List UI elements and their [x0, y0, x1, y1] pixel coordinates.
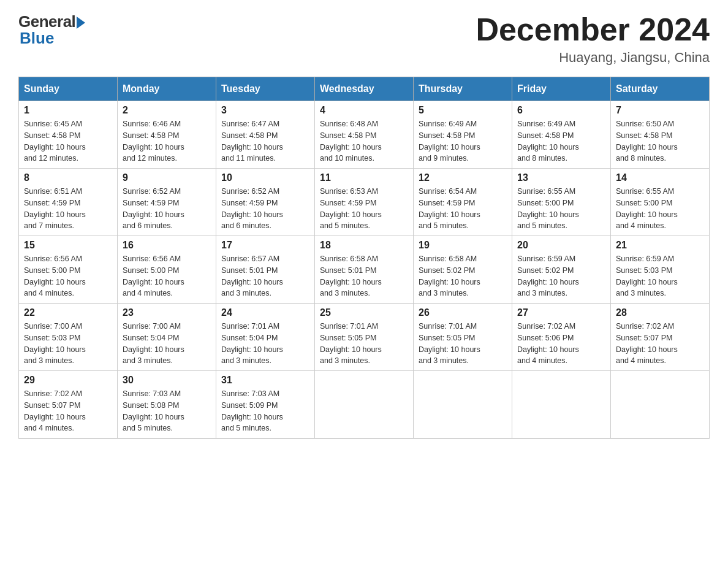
- day-info: Sunrise: 6:47 AM Sunset: 4:58 PM Dayligh…: [221, 118, 309, 164]
- calendar-cell: 12 Sunrise: 6:54 AM Sunset: 4:59 PM Dayl…: [414, 169, 512, 236]
- calendar-cell: 2 Sunrise: 6:46 AM Sunset: 4:58 PM Dayli…: [118, 101, 216, 169]
- day-number: 29: [24, 375, 112, 386]
- header-wednesday: Wednesday: [315, 77, 414, 101]
- calendar-cell: 6 Sunrise: 6:49 AM Sunset: 4:58 PM Dayli…: [512, 101, 611, 169]
- day-info: Sunrise: 6:45 AM Sunset: 4:58 PM Dayligh…: [24, 118, 112, 164]
- calendar-cell: 15 Sunrise: 6:56 AM Sunset: 5:00 PM Dayl…: [19, 236, 118, 304]
- day-info: Sunrise: 6:46 AM Sunset: 4:58 PM Dayligh…: [123, 118, 211, 164]
- calendar-cell: [611, 371, 710, 439]
- day-info: Sunrise: 7:03 AM Sunset: 5:08 PM Dayligh…: [123, 388, 211, 434]
- day-info: Sunrise: 6:55 AM Sunset: 5:00 PM Dayligh…: [517, 186, 605, 232]
- day-number: 16: [123, 240, 211, 251]
- day-number: 3: [221, 105, 309, 116]
- logo-blue-text: Blue: [20, 29, 54, 48]
- calendar-cell: 27 Sunrise: 7:02 AM Sunset: 5:06 PM Dayl…: [512, 304, 611, 371]
- calendar-cell: [315, 371, 414, 439]
- day-info: Sunrise: 6:55 AM Sunset: 5:00 PM Dayligh…: [616, 186, 704, 232]
- calendar-cell: 9 Sunrise: 6:52 AM Sunset: 4:59 PM Dayli…: [118, 169, 216, 236]
- day-number: 27: [517, 307, 605, 318]
- calendar-cell: 19 Sunrise: 6:58 AM Sunset: 5:02 PM Dayl…: [414, 236, 512, 304]
- day-info: Sunrise: 7:02 AM Sunset: 5:07 PM Dayligh…: [616, 321, 704, 367]
- header-saturday: Saturday: [611, 77, 710, 101]
- day-info: Sunrise: 6:58 AM Sunset: 5:02 PM Dayligh…: [419, 253, 507, 299]
- page-header: General Blue December 2024 Huayang, Jian…: [18, 12, 710, 66]
- logo-arrow-icon: [77, 17, 85, 29]
- calendar-cell: 20 Sunrise: 6:59 AM Sunset: 5:02 PM Dayl…: [512, 236, 611, 304]
- day-number: 26: [419, 307, 507, 318]
- header-sunday: Sunday: [19, 77, 118, 101]
- calendar-cell: 25 Sunrise: 7:01 AM Sunset: 5:05 PM Dayl…: [315, 304, 414, 371]
- calendar-cell: 23 Sunrise: 7:00 AM Sunset: 5:04 PM Dayl…: [118, 304, 216, 371]
- day-number: 28: [616, 307, 704, 318]
- calendar-cell: 28 Sunrise: 7:02 AM Sunset: 5:07 PM Dayl…: [611, 304, 710, 371]
- day-number: 6: [517, 105, 605, 116]
- calendar-cell: 26 Sunrise: 7:01 AM Sunset: 5:05 PM Dayl…: [414, 304, 512, 371]
- calendar-week-row: 29 Sunrise: 7:02 AM Sunset: 5:07 PM Dayl…: [19, 371, 710, 439]
- day-info: Sunrise: 6:53 AM Sunset: 4:59 PM Dayligh…: [320, 186, 408, 232]
- calendar-cell: 24 Sunrise: 7:01 AM Sunset: 5:04 PM Dayl…: [216, 304, 315, 371]
- header-monday: Monday: [118, 77, 216, 101]
- day-number: 8: [24, 172, 112, 183]
- calendar-cell: 11 Sunrise: 6:53 AM Sunset: 4:59 PM Dayl…: [315, 169, 414, 236]
- calendar-week-row: 15 Sunrise: 6:56 AM Sunset: 5:00 PM Dayl…: [19, 236, 710, 304]
- location-subtitle: Huayang, Jiangsu, China: [476, 50, 710, 66]
- calendar-cell: 7 Sunrise: 6:50 AM Sunset: 4:58 PM Dayli…: [611, 101, 710, 169]
- calendar-week-row: 8 Sunrise: 6:51 AM Sunset: 4:59 PM Dayli…: [19, 169, 710, 236]
- day-info: Sunrise: 6:59 AM Sunset: 5:03 PM Dayligh…: [616, 253, 704, 299]
- day-number: 30: [123, 375, 211, 386]
- day-info: Sunrise: 6:54 AM Sunset: 4:59 PM Dayligh…: [419, 186, 507, 232]
- logo: General Blue: [18, 12, 85, 48]
- day-info: Sunrise: 6:48 AM Sunset: 4:58 PM Dayligh…: [320, 118, 408, 164]
- day-info: Sunrise: 7:01 AM Sunset: 5:05 PM Dayligh…: [320, 321, 408, 367]
- day-info: Sunrise: 7:02 AM Sunset: 5:07 PM Dayligh…: [24, 388, 112, 434]
- day-number: 25: [320, 307, 408, 318]
- day-number: 31: [221, 375, 309, 386]
- calendar-table: SundayMondayTuesdayWednesdayThursdayFrid…: [18, 77, 710, 439]
- day-number: 4: [320, 105, 408, 116]
- header-tuesday: Tuesday: [216, 77, 315, 101]
- day-number: 13: [517, 172, 605, 183]
- day-info: Sunrise: 6:49 AM Sunset: 4:58 PM Dayligh…: [517, 118, 605, 164]
- calendar-cell: 1 Sunrise: 6:45 AM Sunset: 4:58 PM Dayli…: [19, 101, 118, 169]
- calendar-cell: 3 Sunrise: 6:47 AM Sunset: 4:58 PM Dayli…: [216, 101, 315, 169]
- day-info: Sunrise: 6:57 AM Sunset: 5:01 PM Dayligh…: [221, 253, 309, 299]
- calendar-cell: 4 Sunrise: 6:48 AM Sunset: 4:58 PM Dayli…: [315, 101, 414, 169]
- calendar-cell: 21 Sunrise: 6:59 AM Sunset: 5:03 PM Dayl…: [611, 236, 710, 304]
- calendar-cell: 16 Sunrise: 6:56 AM Sunset: 5:00 PM Dayl…: [118, 236, 216, 304]
- day-info: Sunrise: 6:52 AM Sunset: 4:59 PM Dayligh…: [221, 186, 309, 232]
- day-number: 14: [616, 172, 704, 183]
- calendar-cell: 17 Sunrise: 6:57 AM Sunset: 5:01 PM Dayl…: [216, 236, 315, 304]
- calendar-week-row: 1 Sunrise: 6:45 AM Sunset: 4:58 PM Dayli…: [19, 101, 710, 169]
- day-info: Sunrise: 6:59 AM Sunset: 5:02 PM Dayligh…: [517, 253, 605, 299]
- calendar-cell: [512, 371, 611, 439]
- day-number: 9: [123, 172, 211, 183]
- day-info: Sunrise: 6:50 AM Sunset: 4:58 PM Dayligh…: [616, 118, 704, 164]
- day-info: Sunrise: 6:58 AM Sunset: 5:01 PM Dayligh…: [320, 253, 408, 299]
- day-info: Sunrise: 7:02 AM Sunset: 5:06 PM Dayligh…: [517, 321, 605, 367]
- day-number: 10: [221, 172, 309, 183]
- day-number: 1: [24, 105, 112, 116]
- calendar-week-row: 22 Sunrise: 7:00 AM Sunset: 5:03 PM Dayl…: [19, 304, 710, 371]
- calendar-cell: 14 Sunrise: 6:55 AM Sunset: 5:00 PM Dayl…: [611, 169, 710, 236]
- day-info: Sunrise: 6:56 AM Sunset: 5:00 PM Dayligh…: [24, 253, 112, 299]
- day-number: 18: [320, 240, 408, 251]
- day-info: Sunrise: 6:56 AM Sunset: 5:00 PM Dayligh…: [123, 253, 211, 299]
- day-info: Sunrise: 7:03 AM Sunset: 5:09 PM Dayligh…: [221, 388, 309, 434]
- calendar-cell: 13 Sunrise: 6:55 AM Sunset: 5:00 PM Dayl…: [512, 169, 611, 236]
- day-number: 11: [320, 172, 408, 183]
- day-number: 21: [616, 240, 704, 251]
- day-number: 17: [221, 240, 309, 251]
- day-info: Sunrise: 7:00 AM Sunset: 5:04 PM Dayligh…: [123, 321, 211, 367]
- day-number: 15: [24, 240, 112, 251]
- day-number: 5: [419, 105, 507, 116]
- day-number: 24: [221, 307, 309, 318]
- title-block: December 2024 Huayang, Jiangsu, China: [476, 12, 710, 66]
- calendar-cell: 30 Sunrise: 7:03 AM Sunset: 5:08 PM Dayl…: [118, 371, 216, 439]
- calendar-cell: 18 Sunrise: 6:58 AM Sunset: 5:01 PM Dayl…: [315, 236, 414, 304]
- calendar-cell: 8 Sunrise: 6:51 AM Sunset: 4:59 PM Dayli…: [19, 169, 118, 236]
- calendar-cell: 22 Sunrise: 7:00 AM Sunset: 5:03 PM Dayl…: [19, 304, 118, 371]
- day-info: Sunrise: 7:01 AM Sunset: 5:04 PM Dayligh…: [221, 321, 309, 367]
- calendar-cell: 31 Sunrise: 7:03 AM Sunset: 5:09 PM Dayl…: [216, 371, 315, 439]
- day-number: 19: [419, 240, 507, 251]
- day-info: Sunrise: 7:01 AM Sunset: 5:05 PM Dayligh…: [419, 321, 507, 367]
